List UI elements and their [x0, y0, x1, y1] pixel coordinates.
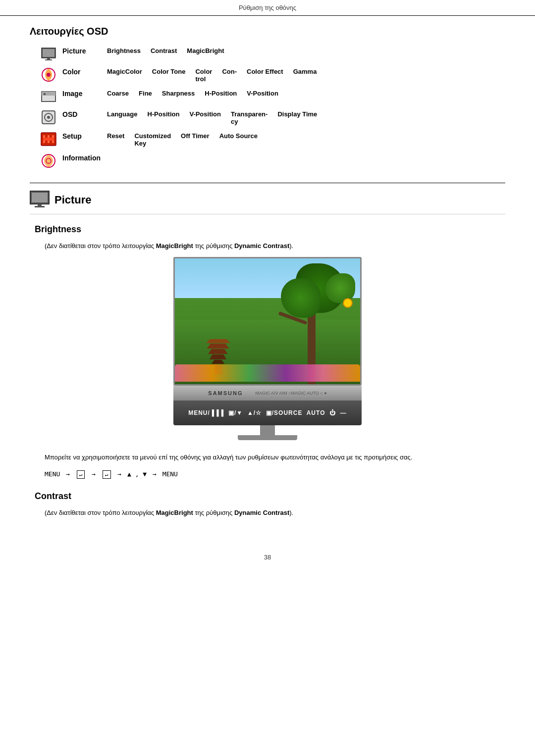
svg-rect-16	[43, 138, 54, 141]
menu-enter-1: ↵	[77, 470, 85, 479]
osd-label-picture: Picture	[62, 47, 107, 55]
osd-icon	[40, 110, 57, 124]
osd-row-color: Color MagicColor Color Tone Colortrol Co…	[40, 68, 505, 83]
osd-items-color: MagicColor Color Tone Colortrol Con- Col…	[107, 68, 317, 83]
osd-label-setup: Setup	[62, 132, 107, 140]
header-text: Ρύθμιση της οθόνης	[239, 4, 296, 11]
monitor-stand-base	[238, 435, 297, 440]
monitor-brand: SAMSUNG	[208, 390, 243, 396]
osd-row-information: Information	[40, 154, 505, 168]
svg-rect-20	[32, 193, 48, 202]
arrow-1: →	[66, 470, 70, 478]
osd-table: Picture Brightness Contrast MagicBright …	[40, 47, 505, 168]
pagoda-tier-2	[206, 344, 230, 349]
monitor-info-text: MAGIC A/V AIM ○MAGIC AUTO ○ ●	[256, 391, 327, 396]
svg-point-5	[47, 73, 51, 77]
pagoda-tier-5	[211, 360, 225, 364]
svg-rect-2	[47, 58, 50, 59]
flowers	[175, 364, 360, 382]
page-header: Ρύθμιση της οθόνης	[0, 0, 535, 16]
osd-row-image: Image Coarse Fine Sharpness H-Position V…	[40, 90, 505, 103]
pagoda-tier-4	[209, 354, 227, 359]
monitor-image: SAMSUNG MAGIC A/V AIM ○MAGIC AUTO ○ ● ME…	[30, 257, 505, 440]
svg-rect-8	[44, 93, 46, 95]
osd-row-setup: Setup Reset CustomizedKey Off Timer Auto…	[40, 132, 505, 147]
contrast-section: Contrast (Δεν διατίθεται στον τρόπο λειτ…	[30, 491, 505, 516]
osd-items-image: Coarse Fine Sharpness H-Position V-Posit…	[107, 90, 278, 97]
pagoda-tier-3	[207, 349, 229, 354]
arrow-4: →	[153, 470, 157, 478]
monitor-wrapper: SAMSUNG MAGIC A/V AIM ○MAGIC AUTO ○ ● ME…	[173, 257, 362, 440]
osd-section-title: Λειτουργίες OSD	[30, 26, 505, 37]
page-footer: 38	[0, 544, 535, 571]
svg-rect-1	[43, 49, 54, 57]
picture-section-title: Picture	[54, 194, 92, 206]
brightness-body-text: Μπορείτε να χρησιμοποιήσετε τα μενού επί…	[30, 453, 505, 463]
arrow-2: →	[92, 470, 96, 478]
monitor-bezel: SAMSUNG MAGIC A/V AIM ○MAGIC AUTO ○ ●	[173, 386, 362, 401]
monitor-screen	[173, 257, 362, 386]
setup-icon	[40, 132, 57, 146]
information-icon	[40, 154, 57, 168]
picture-section-header: Picture	[30, 191, 505, 214]
picture-icon	[40, 47, 57, 61]
color-icon	[40, 68, 57, 82]
foliage-2	[281, 278, 321, 318]
monitor-stand-neck	[260, 425, 275, 435]
osd-label-color: Color	[62, 68, 107, 76]
svg-point-11	[47, 116, 50, 119]
osd-items-setup: Reset CustomizedKey Off Timer Auto Sourc…	[107, 132, 258, 147]
monitor-controls-text: MENU/▐▐▐ ▣/▼ ▲/☆ ▣/SOURCE AUTO ⏻ —	[188, 409, 347, 416]
yellow-ball	[343, 298, 353, 308]
osd-label-information: Information	[62, 154, 107, 162]
osd-items-osd: Language H-Position V-Position Transpare…	[107, 110, 317, 125]
svg-rect-21	[38, 204, 42, 206]
osd-row-picture: Picture Brightness Contrast MagicBright	[40, 47, 505, 61]
arrow-3: →	[117, 470, 121, 478]
contrast-note: (Δεν διατίθεται στον τρόπο λειτουργίας M…	[30, 509, 505, 516]
brightness-title: Brightness	[30, 224, 505, 235]
menu-enter-2: ↵	[103, 470, 111, 479]
osd-row-osd: OSD Language H-Position V-Position Trans…	[40, 110, 505, 125]
picture-section-icon	[30, 191, 50, 209]
image-icon	[40, 90, 57, 103]
osd-items-picture: Brightness Contrast MagicBright	[107, 47, 224, 54]
section-divider	[30, 183, 505, 183]
pagoda-tier-1	[205, 339, 232, 343]
osd-label-image: Image	[62, 90, 107, 98]
svg-rect-3	[45, 59, 52, 60]
brightness-note: (Δεν διατίθεται στον τρόπο λειτουργίας M…	[30, 242, 505, 250]
brightness-menu-path: MENU → ↵ → ↵ → ▲ , ▼ → MENU	[30, 470, 505, 479]
osd-label-osd: OSD	[62, 110, 107, 118]
garden-background	[175, 258, 360, 384]
monitor-controls-bar: MENU/▐▐▐ ▣/▼ ▲/☆ ▣/SOURCE AUTO ⏻ —	[173, 401, 362, 425]
contrast-title: Contrast	[30, 491, 505, 502]
page-number: 38	[264, 554, 271, 561]
svg-rect-22	[35, 206, 45, 207]
